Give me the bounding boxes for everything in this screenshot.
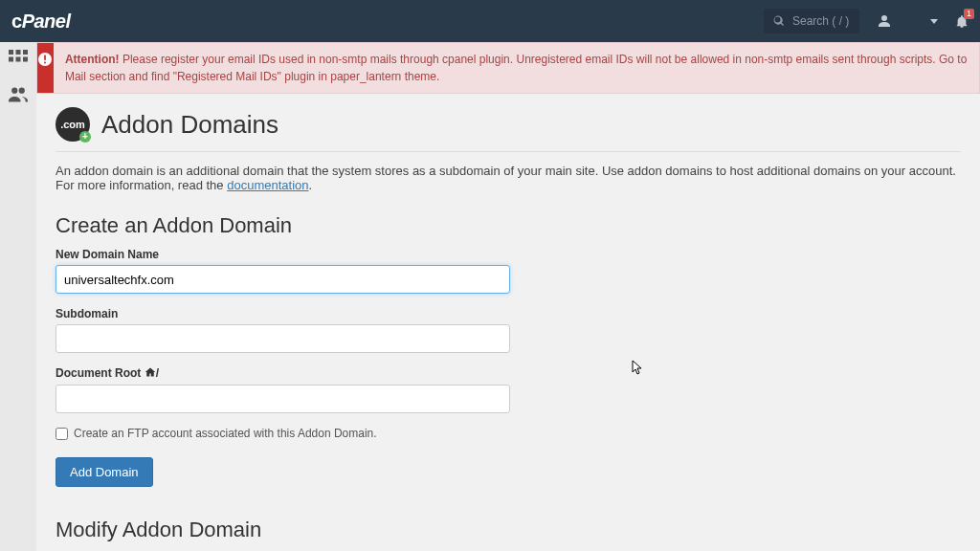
exclamation-icon (38, 53, 52, 66)
header-dropdown[interactable] (909, 19, 938, 24)
modify-heading: Modify Addon Domain (56, 518, 961, 542)
alert-body: Please register your email IDs used in n… (65, 53, 967, 83)
header-search[interactable]: Search ( / ) (764, 9, 859, 33)
main-content: Attention! Please register your email ID… (36, 42, 980, 551)
new-domain-label: New Domain Name (56, 248, 961, 261)
new-domain-input[interactable] (56, 265, 510, 294)
create-ftp-label: Create an FTP account associated with th… (74, 427, 377, 440)
page-title: Addon Domains (101, 110, 278, 140)
attention-alert: Attention! Please register your email ID… (36, 42, 980, 94)
svg-rect-4 (16, 57, 21, 62)
left-sidebar (0, 42, 36, 551)
page-title-row: .com + Addon Domains (56, 107, 961, 142)
user-menu[interactable] (877, 13, 892, 29)
notifications[interactable]: 1 (955, 14, 969, 28)
chevron-down-icon (930, 19, 938, 24)
svg-rect-1 (16, 50, 21, 55)
docroot-label: Document Root / (56, 366, 961, 381)
addon-domains-icon: .com + (56, 107, 90, 142)
docroot-input[interactable] (56, 385, 510, 413)
sidebar-item-users[interactable] (9, 85, 28, 107)
svg-rect-5 (23, 57, 28, 62)
svg-rect-2 (23, 50, 28, 55)
documentation-link[interactable]: documentation (227, 178, 308, 192)
page-description: An addon domain is an additional domain … (56, 164, 961, 192)
svg-rect-8 (45, 62, 47, 64)
home-icon (145, 366, 156, 381)
create-heading: Create an Addon Domain (56, 213, 961, 238)
alert-icon-wrap (37, 43, 54, 93)
top-header: cPanel Search ( / ) 1 (0, 0, 980, 42)
svg-rect-7 (45, 55, 47, 60)
search-placeholder: Search ( / ) (792, 14, 849, 28)
svg-rect-3 (9, 57, 13, 62)
plus-badge-icon: + (79, 131, 91, 143)
add-domain-button[interactable]: Add Domain (56, 457, 153, 487)
svg-rect-0 (9, 50, 13, 55)
search-icon (773, 15, 785, 27)
alert-bold: Attention! (65, 53, 120, 66)
subdomain-input[interactable] (56, 324, 510, 353)
sidebar-item-apps[interactable] (9, 50, 28, 72)
alert-text: Attention! Please register your email ID… (54, 43, 979, 93)
grid-icon (9, 50, 28, 69)
create-ftp-checkbox[interactable] (56, 428, 68, 440)
users-icon (9, 85, 28, 104)
subdomain-label: Subdomain (56, 307, 961, 320)
divider (56, 151, 961, 152)
cpanel-logo[interactable]: cPanel (11, 11, 70, 33)
user-icon (877, 13, 892, 29)
notification-badge: 1 (964, 9, 974, 19)
